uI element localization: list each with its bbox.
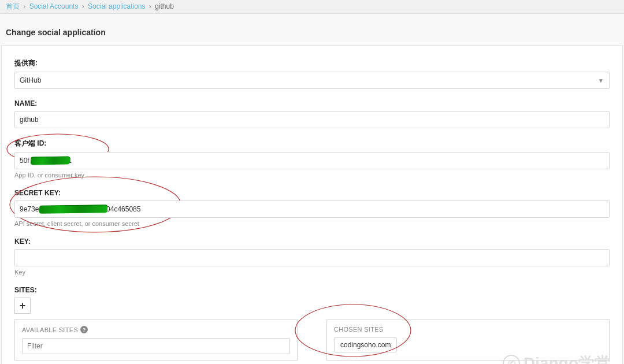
key-group: KEY: Key xyxy=(14,237,610,276)
provider-select[interactable] xyxy=(14,72,610,89)
add-site-button[interactable]: + xyxy=(14,298,31,314)
sites-group: SITES: + xyxy=(14,286,610,314)
name-group: NAME: xyxy=(14,99,610,128)
key-field[interactable] xyxy=(14,249,610,266)
key-help: Key xyxy=(14,269,610,276)
watermark: ✆ Django学堂 xyxy=(503,352,611,364)
available-sites-box: AVAILABLE SITES ? xyxy=(14,320,298,361)
breadcrumb-sep: › xyxy=(82,2,84,10)
name-field[interactable] xyxy=(14,111,610,128)
redaction-scribble xyxy=(39,205,108,214)
breadcrumb: 首页 › Social Accounts › Social applicatio… xyxy=(0,0,624,14)
secret-key-label: SECRET KEY: xyxy=(14,189,610,197)
breadcrumb-home[interactable]: 首页 xyxy=(6,2,20,10)
provider-label: 提供商: xyxy=(14,58,610,68)
client-id-field[interactable] xyxy=(14,152,610,169)
client-id-label: 客户端 ID: xyxy=(14,139,610,148)
help-icon[interactable]: ? xyxy=(80,326,88,333)
client-id-group: 客户端 ID: App ID, or consumer key xyxy=(14,139,610,179)
breadcrumb-current: github xyxy=(155,2,174,10)
sites-label: SITES: xyxy=(14,286,610,294)
breadcrumb-social-accounts[interactable]: Social Accounts xyxy=(29,2,79,10)
name-label: NAME: xyxy=(14,99,610,107)
filter-input[interactable] xyxy=(22,338,290,354)
plus-icon: + xyxy=(20,300,26,312)
available-sites-title: AVAILABLE SITES ? xyxy=(22,326,290,333)
secret-key-help: API secret, client secret, or consumer s… xyxy=(14,220,610,227)
key-label: KEY: xyxy=(14,237,610,246)
breadcrumb-sep: › xyxy=(149,2,151,10)
client-id-help: App ID, or consumer key xyxy=(14,172,610,179)
breadcrumb-social-applications[interactable]: Social applications xyxy=(88,2,145,10)
secret-key-group: SECRET KEY: API secret, client secret, o… xyxy=(14,189,610,227)
wechat-icon: ✆ xyxy=(503,355,520,364)
breadcrumb-sep: › xyxy=(23,2,25,10)
chosen-site-item[interactable]: codingsoho.com xyxy=(334,337,397,352)
chosen-sites-title: CHOSEN SITES xyxy=(334,326,602,333)
form-container: 提供商: ▼ NAME: 客户端 ID: App ID, or consumer… xyxy=(1,45,623,364)
provider-group: 提供商: ▼ xyxy=(14,58,610,89)
page-title: Change social application xyxy=(6,28,624,37)
redaction-scribble xyxy=(31,157,70,165)
